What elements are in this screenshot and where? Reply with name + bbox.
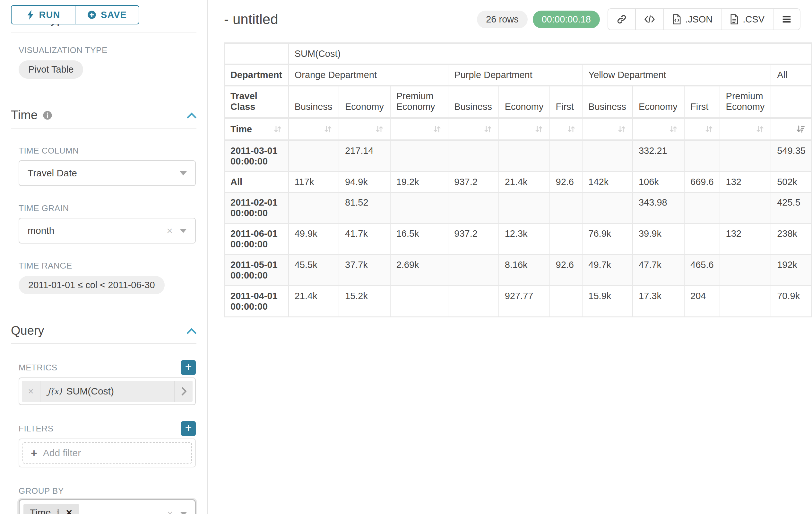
pivot-leaf-header: Business bbox=[289, 86, 339, 118]
pivot-sort-header[interactable] bbox=[499, 118, 550, 140]
sort-icon[interactable] bbox=[534, 124, 544, 134]
pivot-row-label: 2011-02-01 00:00:00 bbox=[224, 192, 289, 224]
pivot-cell bbox=[684, 140, 720, 172]
export-csv-button[interactable]: .CSV bbox=[721, 9, 773, 30]
pivot-cell: 19.2k bbox=[390, 172, 448, 192]
add-filter-dropzone[interactable]: + Add filter bbox=[23, 442, 192, 464]
pivot-row-label: 2011-06-01 00:00:00 bbox=[224, 224, 289, 255]
group-by-select[interactable]: Time i ✕ × bbox=[19, 499, 196, 514]
pivot-sort-header[interactable] bbox=[771, 118, 812, 140]
expand-metric-icon[interactable] bbox=[174, 381, 193, 402]
pivot-sort-header[interactable] bbox=[684, 118, 720, 140]
lightning-icon bbox=[26, 10, 35, 20]
sort-icon[interactable] bbox=[669, 124, 678, 134]
pivot-leaf-header: First bbox=[684, 86, 720, 118]
time-column-label: TIME COLUMN bbox=[19, 146, 196, 156]
time-range-label: TIME RANGE bbox=[19, 261, 196, 271]
time-grain-select[interactable]: month × bbox=[19, 218, 196, 244]
pivot-leaf-row: Travel ClassBusinessEconomyPremium Econo… bbox=[224, 86, 812, 118]
sort-icon[interactable] bbox=[432, 124, 442, 134]
pivot-cell bbox=[582, 192, 633, 224]
pivot-cell bbox=[390, 286, 448, 317]
query-section-header[interactable]: Query bbox=[11, 324, 196, 337]
pivot-cell bbox=[499, 140, 550, 172]
pivot-sort-header[interactable] bbox=[390, 118, 448, 140]
pivot-sort-header[interactable] bbox=[339, 118, 390, 140]
query-action-bar: RUN SAVE bbox=[0, 0, 207, 24]
pivot-leaf-header: Premium Economy bbox=[390, 86, 448, 118]
chevron-up-icon[interactable] bbox=[187, 328, 196, 334]
pivot-sort-header[interactable] bbox=[720, 118, 771, 140]
sort-icon[interactable] bbox=[323, 124, 333, 134]
pivot-cell: 502k bbox=[771, 172, 812, 192]
chevron-down-icon[interactable] bbox=[180, 512, 187, 514]
pivot-cell: 47.7k bbox=[633, 255, 684, 286]
clear-icon[interactable]: × bbox=[167, 225, 173, 236]
pivot-row-label: 2011-03-01 00:00:00 bbox=[224, 140, 289, 172]
pivot-cell bbox=[720, 192, 771, 224]
embed-code-button[interactable] bbox=[635, 9, 663, 30]
pivot-cell bbox=[720, 140, 771, 172]
query-heading: Query bbox=[11, 324, 44, 337]
pivot-sort-header[interactable] bbox=[633, 118, 684, 140]
chevron-up-icon[interactable] bbox=[187, 112, 196, 118]
group-by-chip[interactable]: Time i ✕ bbox=[23, 504, 79, 514]
save-button-label: SAVE bbox=[101, 10, 127, 20]
pivot-cell: 70.9k bbox=[771, 286, 812, 317]
pivot-sort-header[interactable] bbox=[448, 118, 498, 140]
clear-icon[interactable]: × bbox=[167, 509, 173, 514]
pivot-leaf-header: Economy bbox=[339, 86, 390, 118]
chart-title[interactable]: - untitled bbox=[224, 11, 278, 27]
add-metric-button[interactable]: + bbox=[181, 360, 196, 375]
pivot-sort-header[interactable] bbox=[582, 118, 633, 140]
short-link-button[interactable] bbox=[608, 9, 635, 30]
pivot-cell: 132 bbox=[720, 224, 771, 255]
pivot-cell bbox=[390, 140, 448, 172]
sort-icon[interactable] bbox=[273, 124, 283, 134]
pivot-cell: 21.4k bbox=[289, 286, 339, 317]
file-code-icon bbox=[672, 14, 682, 24]
save-button[interactable]: SAVE bbox=[75, 6, 139, 24]
pivot-cell: 17.3k bbox=[633, 286, 684, 317]
pivot-cell bbox=[684, 192, 720, 224]
remove-chip-icon[interactable]: ✕ bbox=[65, 508, 72, 514]
pivot-cell: 8.16k bbox=[499, 255, 550, 286]
pivot-cell: 92.6 bbox=[550, 255, 582, 286]
sort-icon[interactable] bbox=[704, 124, 714, 134]
remove-metric-icon[interactable]: × bbox=[22, 381, 40, 402]
pivot-leaf-header bbox=[771, 86, 812, 118]
pivot-cell: 106k bbox=[633, 172, 684, 192]
sort-icon[interactable] bbox=[483, 124, 493, 134]
pivot-data-row: 2011-02-01 00:00:0081.52343.98425.5 bbox=[224, 192, 812, 224]
run-button-label: RUN bbox=[39, 10, 60, 20]
pivot-sort-header[interactable] bbox=[289, 118, 339, 140]
add-filter-label: Add filter bbox=[43, 448, 81, 458]
metric-chip[interactable]: × ƒ(x) SUM(Cost) bbox=[22, 381, 193, 402]
pivot-cell: 21.4k bbox=[499, 172, 550, 192]
pivot-row-dimension[interactable]: Time bbox=[224, 118, 289, 140]
pivot-cell: 332.21 bbox=[633, 140, 684, 172]
sort-icon[interactable] bbox=[567, 124, 576, 134]
pivot-cell: 76.9k bbox=[582, 224, 633, 255]
group-by-label: GROUP BY bbox=[19, 486, 196, 496]
pivot-cell: 669.6 bbox=[684, 172, 720, 192]
section-divider bbox=[11, 128, 196, 129]
add-filter-button[interactable]: + bbox=[181, 421, 196, 436]
pivot-cell bbox=[448, 140, 498, 172]
visualization-type-pill[interactable]: Pivot Table bbox=[19, 60, 83, 79]
sort-icon[interactable] bbox=[755, 124, 765, 134]
pivot-cell: 92.6 bbox=[550, 172, 582, 192]
chart-menu-button[interactable] bbox=[773, 9, 800, 30]
run-button[interactable]: RUN bbox=[11, 6, 75, 24]
time-range-pill[interactable]: 2011-01-01 ≤ col < 2011-06-30 bbox=[19, 276, 165, 294]
time-section-header[interactable]: Time bbox=[11, 108, 196, 122]
sort-icon[interactable] bbox=[375, 124, 384, 134]
pivot-leaf-header: First bbox=[550, 86, 582, 118]
time-column-select[interactable]: Travel Date bbox=[19, 160, 196, 186]
chevron-down-icon bbox=[180, 229, 187, 233]
pivot-sort-header[interactable] bbox=[550, 118, 582, 140]
export-json-button[interactable]: .JSON bbox=[663, 9, 721, 30]
sort-desc-icon[interactable] bbox=[796, 124, 806, 134]
sort-icon[interactable] bbox=[617, 124, 627, 134]
pivot-cell bbox=[720, 286, 771, 317]
